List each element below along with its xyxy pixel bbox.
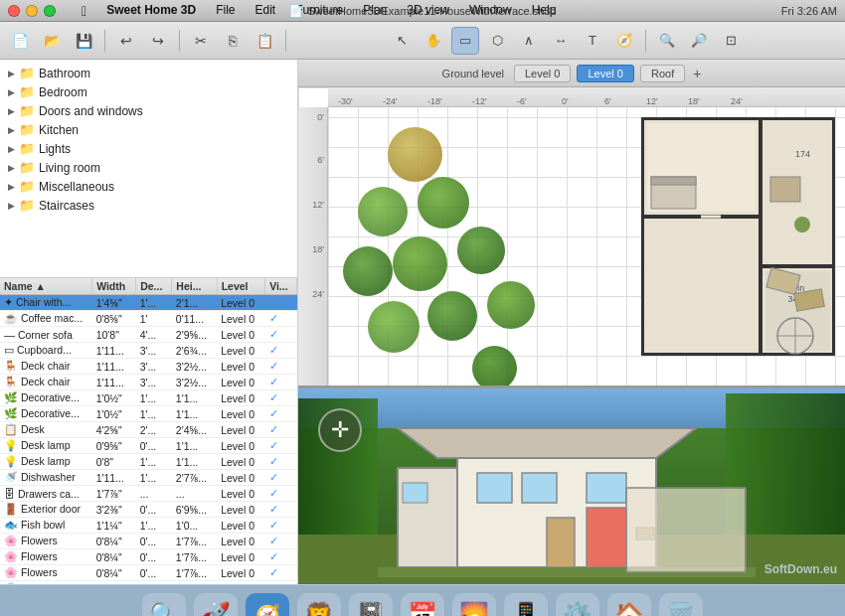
table-row[interactable]: 🌸 Flowers 0'8¼" 0'... 1'7⅞... Level 0 ✓ <box>0 549 297 565</box>
table-row[interactable]: ▭ Cupboard... 1'11... 3'... 2'6¾... Leve… <box>0 343 297 359</box>
table-row[interactable]: 💡 Desk lamp 0'8" 1'... 1'1... Level 0 ✓ <box>0 454 297 470</box>
col-height[interactable]: Hei... <box>172 278 217 295</box>
wall-tool[interactable]: ▭ <box>451 27 479 55</box>
plan-content[interactable]: Livin 342 174 <box>328 107 845 385</box>
table-row[interactable]: 🪑 Deck chair 1'11... 3'... 3'2½... Level… <box>0 359 297 375</box>
table-row[interactable]: 🌸 Flowers 0'8¼" 0'... 1'7⅞... Level 0 ✓ <box>0 565 297 581</box>
table-row[interactable]: 🗄 Drawers ca... 1'7⅞" ... ... Level 0 ✓ <box>0 486 297 502</box>
cell-visible: ✓ <box>265 359 297 375</box>
table-row[interactable]: 🚿 Dishwasher 1'11... 1'... 2'7⅞... Level… <box>0 470 297 486</box>
menu-edit[interactable]: Edit <box>254 3 278 19</box>
dock-appstore[interactable]: 📱 <box>504 593 548 617</box>
apple-menu[interactable]:  <box>80 3 88 19</box>
cell-name: ✦ Chair with... <box>0 295 92 311</box>
col-level[interactable]: Level <box>217 278 264 295</box>
visible-icon: ✓ <box>269 439 278 451</box>
cell-name: 📋 Desk <box>0 422 92 438</box>
table-row[interactable]: 🌸 Flowers 0'8¼" 0'... 1'7⅞... Level 0 ✓ <box>0 534 297 549</box>
room-tool[interactable]: ⬡ <box>483 27 511 55</box>
dock-launchpad[interactable]: 🚀 <box>194 593 238 617</box>
level-tab-0[interactable]: Level 0 <box>514 65 571 82</box>
maximize-button[interactable] <box>44 5 56 17</box>
window-controls[interactable] <box>8 5 56 17</box>
folder-icon: 📁 <box>19 179 35 194</box>
minimize-button[interactable] <box>26 5 38 17</box>
category-label: Lights <box>39 142 71 156</box>
cell-visible: ✓ <box>265 327 297 343</box>
table-row[interactable]: ✦ Chair with... 1'4⅝" 1'... 2'1... Level… <box>0 295 297 311</box>
plant-3 <box>418 177 469 229</box>
sidebar-item-lights[interactable]: ▶📁Lights <box>0 139 297 158</box>
dock-photo-library[interactable]: 🌄 <box>452 593 496 617</box>
compass-tool[interactable]: 🧭 <box>610 27 638 55</box>
row-icon: 🚿 <box>4 471 18 483</box>
level-tab-1[interactable]: Level 0 <box>577 65 633 82</box>
cell-name: ☕ Coffee mac... <box>0 311 92 327</box>
cell-height: 2'4⅝... <box>172 422 217 438</box>
select-tool[interactable]: ↖ <box>388 27 416 55</box>
zoom-fit[interactable]: ⊡ <box>717 27 745 55</box>
col-width[interactable]: Width <box>92 278 136 295</box>
table-row[interactable]: 📋 Desk 4'2⅝" 2'... 2'4⅝... Level 0 ✓ <box>0 422 297 438</box>
furniture-table-container[interactable]: Name ▲ Width De... Hei... Level Vi... ✦ … <box>0 278 297 584</box>
sidebar-item-miscellaneous[interactable]: ▶📁Miscellaneous <box>0 177 297 196</box>
new-button[interactable]: 📄 <box>6 27 34 55</box>
sidebar-item-bedroom[interactable]: ▶📁Bedroom <box>0 82 297 101</box>
col-visible[interactable]: Vi... <box>265 278 297 295</box>
toolbar-sep-3 <box>285 30 286 52</box>
dock-trash[interactable]: 🗑️ <box>659 593 703 617</box>
open-button[interactable]: 📂 <box>38 27 66 55</box>
sidebar-item-bathroom[interactable]: ▶📁Bathroom <box>0 64 297 82</box>
dock-notes[interactable]: 📓 <box>349 593 393 617</box>
app-name[interactable]: Sweet Home 3D <box>104 3 198 19</box>
dock-calendar[interactable]: 📅 <box>401 593 444 617</box>
close-button[interactable] <box>8 5 20 17</box>
dock-photos-app[interactable]: 🦁 <box>297 593 341 617</box>
paste-button[interactable]: 📋 <box>251 27 278 55</box>
cell-level: Level 0 <box>217 518 264 534</box>
cell-width: 1'0½" <box>92 390 136 406</box>
cell-level: Level 0 <box>217 406 264 422</box>
redo-button[interactable]: ↪ <box>144 27 172 55</box>
table-row[interactable]: — Corner sofa 10'8" 4'... 2'9⅝... Level … <box>0 327 297 343</box>
table-row[interactable]: 🪑 Deck chair 1'11... 3'... 3'2½... Level… <box>0 375 297 390</box>
svg-rect-10 <box>770 177 800 202</box>
add-level-button[interactable]: + <box>693 66 701 81</box>
floor-plan[interactable]: -30' -24' -18' -12' -6' 0' 6' 12' 18' 24… <box>298 87 845 385</box>
zoom-out[interactable]: 🔎 <box>685 27 713 55</box>
sidebar-item-living-room[interactable]: ▶📁Living room <box>0 158 297 177</box>
dock-finder[interactable]: 🔍 <box>142 593 186 617</box>
dock-safari[interactable]: 🧭 <box>246 593 289 617</box>
cell-depth: 1' <box>136 311 172 327</box>
table-row[interactable]: 🐟 Fish bowl 1'1¼" 1'... 1'0... Level 0 ✓ <box>0 518 297 534</box>
sidebar-item-doors-and-windows[interactable]: ▶📁Doors and windows <box>0 101 297 120</box>
sidebar-item-staircases[interactable]: ▶📁Staircases <box>0 196 297 215</box>
pan-tool[interactable]: ✋ <box>420 27 447 55</box>
text-tool[interactable]: T <box>579 27 606 55</box>
ruler-left-12: 12' <box>312 200 324 210</box>
folder-icon: 📁 <box>19 66 35 80</box>
sidebar-item-kitchen[interactable]: ▶📁Kitchen <box>0 120 297 139</box>
undo-button[interactable]: ↩ <box>112 27 140 55</box>
col-name[interactable]: Name ▲ <box>0 278 92 295</box>
polyline-tool[interactable]: ∧ <box>515 27 543 55</box>
ruler-left-6: 6' <box>317 155 324 165</box>
dock-sweethome[interactable]: 🏠 <box>607 593 651 617</box>
table-row[interactable]: ☕ Coffee mac... 0'8⅝" 1' 0'11... Level 0… <box>0 311 297 327</box>
table-row[interactable]: 🌿 Decorative... 1'0½" 1'... 1'1... Level… <box>0 390 297 406</box>
dimension-tool[interactable]: ↔ <box>547 27 575 55</box>
cut-button[interactable]: ✂ <box>187 27 215 55</box>
zoom-in[interactable]: 🔍 <box>653 27 681 55</box>
copy-button[interactable]: ⎘ <box>219 27 247 55</box>
table-row[interactable]: 🚪 Exterior door 3'2⅜" 0'... 6'9⅝... Leve… <box>0 502 297 518</box>
table-row[interactable]: 💡 Desk lamp 0'9⅝" 0'... 1'1... Level 0 ✓ <box>0 438 297 454</box>
level-tab-roof[interactable]: Roof <box>640 65 685 82</box>
dock-system-prefs[interactable]: ⚙️ <box>556 593 599 617</box>
cell-depth: 2'... <box>136 422 172 438</box>
menu-file[interactable]: File <box>214 3 237 19</box>
save-button[interactable]: 💾 <box>70 27 97 55</box>
svg-rect-28 <box>403 483 427 503</box>
table-row[interactable]: 🌿 Decorative... 1'0½" 1'... 1'1... Level… <box>0 406 297 422</box>
col-depth[interactable]: De... <box>136 278 172 295</box>
3d-compass[interactable]: ✛ <box>318 408 362 452</box>
